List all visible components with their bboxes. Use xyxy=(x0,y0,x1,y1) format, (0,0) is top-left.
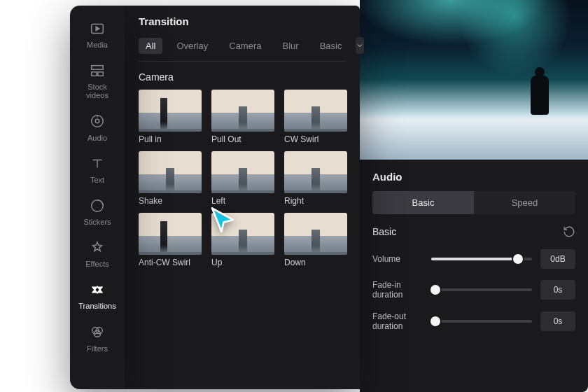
rail-item-stockvideos[interactable]: Stockvideos xyxy=(76,57,118,105)
transition-thumb-label: Left xyxy=(211,196,274,206)
rail-item-label: Effects xyxy=(85,260,108,268)
rail-item-label: Transitions xyxy=(78,302,115,310)
media-icon xyxy=(90,21,105,38)
control-value: 0dB xyxy=(540,249,575,269)
audio-subhead: Basic xyxy=(372,226,396,237)
panel-title: Transition xyxy=(139,15,346,27)
control-label: Volume xyxy=(372,254,423,264)
left-nav-rail: Media Stockvideos Audio Text Stickers Ef… xyxy=(70,6,125,389)
transitions-icon xyxy=(90,282,105,299)
transition-thumb-label: CW Swirl xyxy=(284,134,347,144)
transition-thumb-label: Up xyxy=(211,258,274,267)
audio-control-row: Fade-in duration 0s xyxy=(360,274,588,306)
svg-rect-3 xyxy=(98,72,103,76)
text-icon xyxy=(90,156,105,173)
rail-item-label: Filters xyxy=(87,344,108,353)
transition-thumb-image xyxy=(139,151,202,193)
effects-icon xyxy=(90,240,105,257)
chevron-down-icon xyxy=(356,41,364,50)
transition-thumb-image xyxy=(211,213,274,255)
transition-category-tabs: AllOverlayCameraBlurBasic xyxy=(139,37,346,62)
tab-blur[interactable]: Blur xyxy=(276,38,306,54)
rail-item-transitions[interactable]: Transitions xyxy=(76,276,118,316)
transition-grid: Pull in Pull Out CW Swirl Shake Left Rig… xyxy=(139,90,346,267)
reset-icon[interactable] xyxy=(563,225,575,238)
filters-icon xyxy=(90,324,105,341)
rail-item-text[interactable]: Text xyxy=(76,150,118,190)
rail-item-label: Audio xyxy=(88,134,107,142)
stock-icon xyxy=(90,63,105,80)
transition-thumb-label: Shake xyxy=(139,196,202,206)
video-preview[interactable] xyxy=(360,0,588,160)
slider-knob[interactable] xyxy=(430,285,440,295)
rail-item-stickers[interactable]: Stickers xyxy=(76,192,118,232)
transition-thumb-image xyxy=(284,213,347,255)
segment-speed[interactable]: Speed xyxy=(474,191,575,214)
transition-thumb[interactable]: Right xyxy=(284,151,347,206)
transition-thumb[interactable]: Down xyxy=(284,213,347,267)
transition-thumb-image xyxy=(284,90,347,132)
tab-overlay[interactable]: Overlay xyxy=(169,38,215,54)
transition-thumb-label: Right xyxy=(284,196,347,206)
audio-control-row: Volume 0dB xyxy=(360,244,588,274)
tab-camera[interactable]: Camera xyxy=(222,38,268,54)
section-label: Camera xyxy=(139,71,346,83)
audio-panel-title: Audio xyxy=(360,160,588,191)
transition-thumb-image xyxy=(211,151,274,193)
slider[interactable] xyxy=(431,320,532,323)
control-label: Fade-out duration xyxy=(372,312,423,332)
transition-thumb[interactable]: Anti-CW Swirl xyxy=(139,213,202,267)
rail-item-label: Media xyxy=(87,41,108,49)
tab-basic[interactable]: Basic xyxy=(313,38,349,54)
transition-thumb-image xyxy=(139,90,202,132)
right-panel: Audio BasicSpeed Basic Volume 0dB Fade-i… xyxy=(360,0,588,392)
transition-thumb[interactable]: Pull in xyxy=(139,90,202,144)
audio-control-row: Fade-out duration 0s xyxy=(360,306,588,337)
transition-thumb-label: Anti-CW Swirl xyxy=(139,258,202,267)
transition-thumb[interactable]: CW Swirl xyxy=(284,90,347,144)
slider[interactable] xyxy=(431,258,532,260)
slider-knob[interactable] xyxy=(513,254,523,264)
rail-item-label: Stockvideos xyxy=(86,83,108,99)
svg-point-5 xyxy=(95,120,99,124)
svg-rect-1 xyxy=(92,66,104,70)
transition-thumb[interactable]: Left xyxy=(211,151,274,206)
slider[interactable] xyxy=(431,288,532,291)
transition-thumb-image xyxy=(139,213,202,255)
control-value: 0s xyxy=(540,312,575,331)
control-label: Fade-in duration xyxy=(372,280,423,300)
stickers-icon xyxy=(90,198,105,215)
rail-item-filters[interactable]: Filters xyxy=(76,318,118,358)
transition-thumb-label: Pull Out xyxy=(211,134,274,144)
transitions-panel: Transition AllOverlayCameraBlurBasic Cam… xyxy=(125,6,360,389)
control-value: 0s xyxy=(540,280,575,300)
rail-item-audio[interactable]: Audio xyxy=(76,108,118,147)
rail-item-effects[interactable]: Effects xyxy=(76,234,118,274)
transition-thumb-image xyxy=(211,90,274,132)
transition-thumb[interactable]: Shake xyxy=(139,151,202,206)
rail-item-label: Text xyxy=(90,176,104,184)
svg-rect-2 xyxy=(92,72,97,76)
tab-all[interactable]: All xyxy=(139,38,162,54)
segment-basic[interactable]: Basic xyxy=(372,191,474,214)
rail-item-media[interactable]: Media xyxy=(76,15,118,55)
rail-item-label: Stickers xyxy=(83,218,111,226)
transition-thumb-label: Pull in xyxy=(139,134,202,144)
transition-thumb[interactable]: Up xyxy=(211,213,274,267)
audio-segment-tabs: BasicSpeed xyxy=(372,191,575,214)
transition-thumb-label: Down xyxy=(284,258,347,267)
transition-thumb-image xyxy=(284,151,347,193)
tabs-more-button[interactable] xyxy=(356,37,364,54)
transition-thumb[interactable]: Pull Out xyxy=(211,90,274,144)
slider-knob[interactable] xyxy=(430,316,440,326)
audio-icon xyxy=(90,113,105,130)
